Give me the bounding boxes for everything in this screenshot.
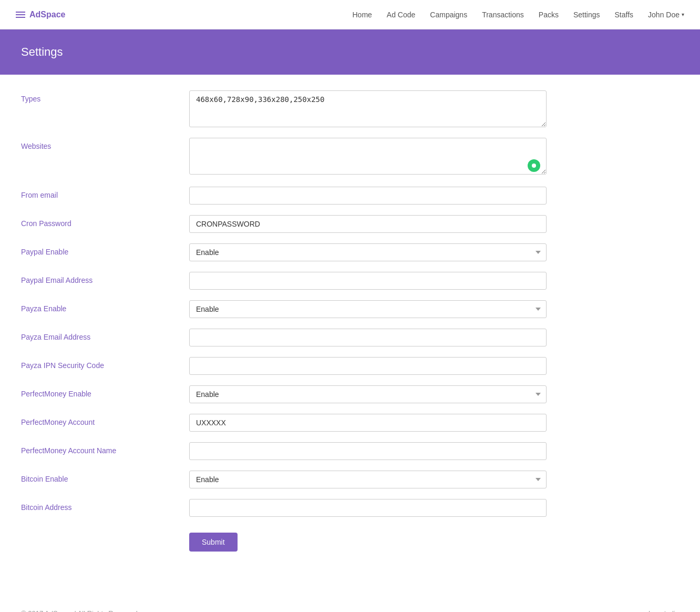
form-group-payza-enable: Payza Enable Enable Disable <box>21 300 610 318</box>
input-bitcoin-address[interactable] <box>189 499 547 517</box>
user-name: John Doe <box>648 11 680 19</box>
input-types[interactable]: 468x60,728x90,336x280,250x250 <box>189 90 547 127</box>
footer-copyright: © 2017 AdSpace | All Rights Reserved. <box>21 609 139 612</box>
form-group-paypal-enable: Paypal Enable Enable Disable <box>21 243 610 261</box>
label-perfectmoney-account: PerfectMoney Account <box>21 414 189 426</box>
label-paypal-enable: Paypal Enable <box>21 243 189 256</box>
nav-ad-code[interactable]: Ad Code <box>387 11 415 19</box>
label-payza-ipn: Payza IPN Security Code <box>21 357 189 370</box>
hamburger-icon <box>16 12 25 18</box>
form-group-submit: Submit <box>21 527 610 552</box>
form-group-paypal-email: Paypal Email Address <box>21 272 610 290</box>
form-group-from-email: From email <box>21 187 610 205</box>
label-types: Types <box>21 90 189 103</box>
form-group-bitcoin-enable: Bitcoin Enable Enable Disable <box>21 471 610 488</box>
submit-button[interactable]: Submit <box>189 533 238 552</box>
brand-logo[interactable]: AdSpace <box>16 10 65 19</box>
select-payza-enable[interactable]: Enable Disable <box>189 300 547 318</box>
label-websites: Websites <box>21 138 189 150</box>
page-header: Settings <box>0 29 700 75</box>
input-payza-email[interactable] <box>189 329 547 346</box>
select-paypal-enable[interactable]: Enable Disable <box>189 243 547 261</box>
main-nav: Home Ad Code Campaigns Transactions Pack… <box>353 11 685 19</box>
input-websites[interactable] <box>189 138 547 175</box>
label-bitcoin-enable: Bitcoin Enable <box>21 471 189 483</box>
settings-form: Types 468x60,728x90,336x280,250x250 Webs… <box>21 90 610 552</box>
input-from-email[interactable] <box>189 187 547 205</box>
form-group-cron-password: Cron Password <box>21 215 610 233</box>
websites-wrapper <box>189 138 547 176</box>
label-from-email: From email <box>21 187 189 199</box>
input-paypal-email[interactable] <box>189 272 547 290</box>
nav-transactions[interactable]: Transactions <box>482 11 524 19</box>
select-bitcoin-enable[interactable]: Enable Disable <box>189 471 547 488</box>
label-perfectmoney-enable: PerfectMoney Enable <box>21 385 189 398</box>
nav-home[interactable]: Home <box>353 11 372 19</box>
input-perfectmoney-account[interactable] <box>189 414 547 432</box>
navbar: AdSpace Home Ad Code Campaigns Transacti… <box>0 0 700 29</box>
footer: © 2017 AdSpace | All Rights Reserved. de… <box>0 599 700 612</box>
form-group-bitcoin-address: Bitcoin Address <box>21 499 610 517</box>
nav-packs[interactable]: Packs <box>539 11 559 19</box>
main-content: Types 468x60,728x90,336x280,250x250 Webs… <box>0 75 631 578</box>
label-paypal-email: Paypal Email Address <box>21 272 189 284</box>
label-payza-enable: Payza Enable <box>21 300 189 313</box>
user-menu[interactable]: John Doe ▾ <box>648 11 684 19</box>
label-cron-password: Cron Password <box>21 215 189 228</box>
caret-icon: ▾ <box>682 12 684 17</box>
form-group-payza-ipn: Payza IPN Security Code <box>21 357 610 375</box>
nav-settings[interactable]: Settings <box>573 11 600 19</box>
form-group-perfectmoney-account-name: PerfectMoney Account Name <box>21 442 610 460</box>
input-cron-password[interactable] <box>189 215 547 233</box>
input-perfectmoney-account-name[interactable] <box>189 442 547 460</box>
nav-staffs[interactable]: Staffs <box>615 11 634 19</box>
brand-name: AdSpace <box>29 10 65 19</box>
form-group-payza-email: Payza Email Address <box>21 329 610 346</box>
form-group-perfectmoney-account: PerfectMoney Account <box>21 414 610 432</box>
input-payza-ipn[interactable] <box>189 357 547 375</box>
loader-icon <box>528 159 540 172</box>
page-title: Settings <box>21 45 679 59</box>
form-group-perfectmoney-enable: PerfectMoney Enable Enable Disable <box>21 385 610 403</box>
footer-brand: devzstudio <box>646 609 679 612</box>
label-payza-email: Payza Email Address <box>21 329 189 341</box>
select-perfectmoney-enable[interactable]: Enable Disable <box>189 385 547 403</box>
nav-campaigns[interactable]: Campaigns <box>430 11 467 19</box>
label-perfectmoney-account-name: PerfectMoney Account Name <box>21 442 189 455</box>
form-group-websites: Websites <box>21 138 610 176</box>
form-group-types: Types 468x60,728x90,336x280,250x250 <box>21 90 610 127</box>
label-bitcoin-address: Bitcoin Address <box>21 499 189 512</box>
